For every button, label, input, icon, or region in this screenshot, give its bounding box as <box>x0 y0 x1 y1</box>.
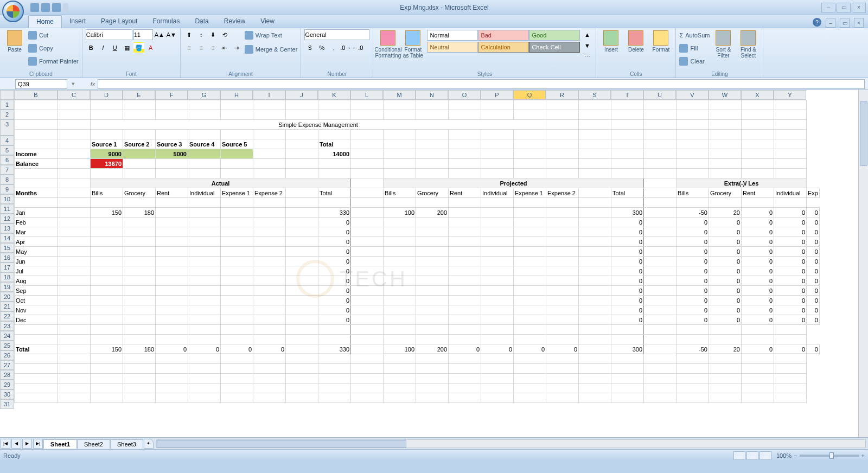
cell[interactable] <box>15 325 58 335</box>
cell[interactable] <box>221 159 253 169</box>
cell[interactable] <box>221 208 253 218</box>
cell[interactable]: Source 4 <box>188 139 221 149</box>
cell[interactable] <box>644 257 676 266</box>
office-button[interactable] <box>2 1 24 22</box>
cell[interactable] <box>514 237 546 247</box>
cell[interactable] <box>156 159 188 169</box>
cell[interactable] <box>318 364 351 374</box>
cell[interactable] <box>286 364 318 374</box>
cell[interactable] <box>351 188 384 198</box>
cell[interactable]: Rent <box>156 188 188 198</box>
cell[interactable] <box>58 276 91 286</box>
cell[interactable] <box>351 139 384 149</box>
cell[interactable] <box>579 383 611 393</box>
zoom-slider[interactable] <box>800 455 859 457</box>
cell[interactable] <box>15 335 58 344</box>
cell[interactable]: 0 <box>774 266 807 276</box>
cell[interactable] <box>351 266 384 276</box>
zoom-out-button[interactable]: − <box>794 452 797 459</box>
cell[interactable] <box>611 325 644 335</box>
column-header-W[interactable]: W <box>709 90 741 100</box>
cell[interactable] <box>188 266 221 276</box>
cell[interactable] <box>188 198 221 208</box>
cell[interactable] <box>91 169 123 178</box>
cell[interactable]: 300 <box>611 344 644 354</box>
cell[interactable] <box>449 257 481 266</box>
cell[interactable] <box>774 110 807 120</box>
cell[interactable] <box>514 335 546 344</box>
cell[interactable] <box>481 237 514 247</box>
cell[interactable] <box>709 169 742 178</box>
cell[interactable] <box>351 335 384 344</box>
column-header-E[interactable]: E <box>123 90 155 100</box>
cell[interactable] <box>644 227 676 237</box>
cell[interactable] <box>416 149 449 159</box>
cell[interactable] <box>221 305 253 315</box>
cell[interactable] <box>676 149 709 159</box>
cell[interactable] <box>58 393 91 403</box>
cell[interactable] <box>91 257 123 266</box>
cell[interactable]: 0 <box>742 257 774 266</box>
cell[interactable] <box>449 315 481 325</box>
cell[interactable] <box>742 100 774 110</box>
cell[interactable] <box>188 149 221 159</box>
cell[interactable] <box>742 335 774 344</box>
cell[interactable] <box>58 344 91 354</box>
cell[interactable] <box>546 393 579 403</box>
cell[interactable] <box>742 159 774 169</box>
cell[interactable] <box>384 296 416 305</box>
font-size-select[interactable] <box>133 29 153 40</box>
cell[interactable] <box>58 325 91 335</box>
increase-indent-icon[interactable]: ⇥ <box>232 42 242 53</box>
cell[interactable] <box>514 257 546 266</box>
cell[interactable] <box>709 110 742 120</box>
cell[interactable] <box>351 178 384 188</box>
cell[interactable] <box>514 149 546 159</box>
cell[interactable] <box>351 374 384 383</box>
cell[interactable] <box>481 110 514 120</box>
cell[interactable] <box>676 130 709 139</box>
cell[interactable] <box>774 383 807 393</box>
cell[interactable]: May <box>15 247 58 257</box>
cell[interactable] <box>253 208 286 218</box>
cell[interactable] <box>91 286 123 296</box>
cell[interactable]: 0 <box>611 286 644 296</box>
cell[interactable]: Dec <box>15 315 58 325</box>
cell[interactable] <box>58 364 91 374</box>
undo-icon[interactable] <box>41 3 50 12</box>
align-right-icon[interactable]: ≡ <box>208 42 219 53</box>
cell[interactable] <box>449 354 481 364</box>
cell[interactable]: Balance <box>15 159 58 169</box>
cell[interactable] <box>253 198 286 208</box>
cell[interactable] <box>579 325 611 335</box>
cell[interactable] <box>774 364 807 374</box>
cell[interactable] <box>449 237 481 247</box>
cell[interactable] <box>449 208 481 218</box>
cell[interactable]: Source 3 <box>156 139 188 149</box>
cell[interactable] <box>611 159 644 169</box>
cell[interactable]: Expense 2 <box>546 188 579 198</box>
cell[interactable] <box>546 364 579 374</box>
cell[interactable] <box>579 110 611 120</box>
cell[interactable] <box>221 257 253 266</box>
close-button[interactable]: × <box>852 3 866 12</box>
cell[interactable] <box>253 266 286 276</box>
cell[interactable] <box>644 120 676 130</box>
cell[interactable] <box>91 100 123 110</box>
cell[interactable] <box>514 198 546 208</box>
cell[interactable]: 0 <box>774 344 807 354</box>
cell[interactable] <box>253 354 286 364</box>
cell[interactable] <box>416 374 449 383</box>
cell[interactable]: Extra(-)/ Les <box>676 178 807 188</box>
cell[interactable] <box>481 266 514 276</box>
cell[interactable]: 0 <box>676 218 709 227</box>
cell[interactable]: 0 <box>742 266 774 276</box>
cell[interactable] <box>449 130 481 139</box>
cell[interactable] <box>579 198 611 208</box>
cell[interactable] <box>481 305 514 315</box>
italic-button[interactable]: I <box>98 42 108 53</box>
cell[interactable] <box>481 130 514 139</box>
cell[interactable]: 0 <box>709 247 742 257</box>
cell[interactable] <box>449 305 481 315</box>
cell[interactable] <box>286 149 318 159</box>
